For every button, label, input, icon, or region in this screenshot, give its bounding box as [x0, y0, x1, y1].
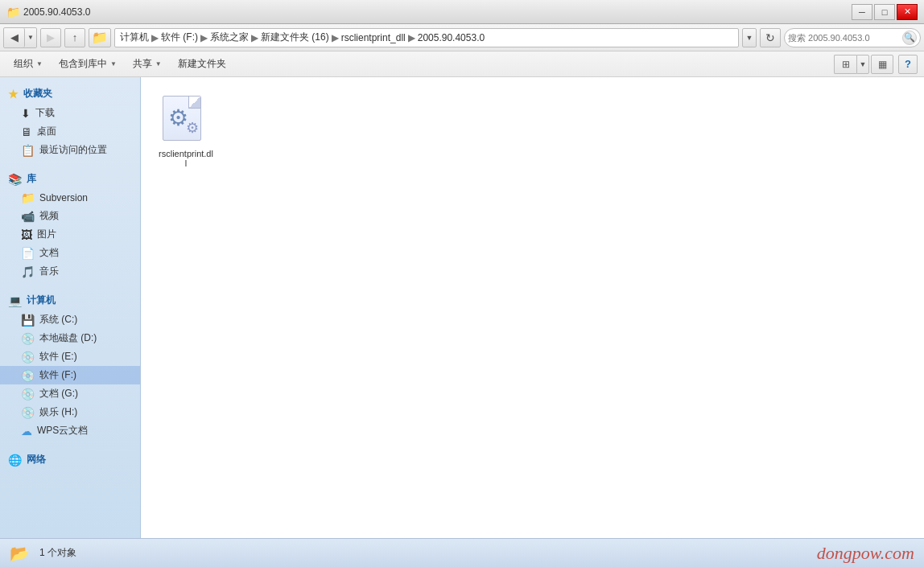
- organize-chevron: ▼: [36, 60, 43, 68]
- drive-f-label: 软件 (F:): [39, 368, 76, 382]
- sidebar: ★ 收藏夹 ⬇ 下载 🖥 桌面 📋 最近访问的位置 📚 库 �: [0, 77, 141, 538]
- drive-d-label: 本地磁盘 (D:): [39, 331, 97, 345]
- path-sep-2: ▶: [200, 32, 208, 43]
- path-sep-3: ▶: [251, 32, 258, 43]
- download-icon: ⬇: [21, 107, 31, 120]
- view-dropdown[interactable]: ▼: [856, 55, 869, 74]
- minimize-button[interactable]: ─: [852, 4, 872, 20]
- sidebar-item-documents[interactable]: 📄 文档: [0, 244, 140, 262]
- status-folder-icon: 📂: [10, 544, 30, 563]
- address-path[interactable]: 计算机 ▶ 软件 (F:) ▶ 系统之家 ▶ 新建文件夹 (16) ▶ rscl…: [114, 28, 739, 47]
- path-part-3: 系统之家: [210, 31, 249, 44]
- path-sep-5: ▶: [408, 32, 415, 43]
- path-part-5: rsclientprint_dll: [341, 32, 406, 43]
- library-icon: 📚: [8, 173, 22, 186]
- wps-cloud-label: WPS云文档: [37, 424, 88, 438]
- sidebar-computer-header[interactable]: 💻 计算机: [0, 290, 140, 310]
- desktop-icon: 🖥: [21, 125, 32, 138]
- video-label: 视频: [39, 209, 59, 223]
- sidebar-item-download[interactable]: ⬇ 下载: [0, 104, 140, 122]
- path-sep-4: ▶: [332, 32, 339, 43]
- sidebar-item-video[interactable]: 📹 视频: [0, 207, 140, 225]
- view-icon-button[interactable]: ⊞: [834, 55, 856, 74]
- gear-small-icon: ⚙: [186, 119, 199, 137]
- sidebar-item-music[interactable]: 🎵 音乐: [0, 262, 140, 281]
- path-part-1: 计算机: [120, 31, 149, 44]
- sidebar-library-header[interactable]: 📚 库: [0, 169, 140, 189]
- path-part-2: 软件 (F:): [161, 31, 198, 44]
- music-icon: 🎵: [21, 265, 35, 278]
- preview-pane-button[interactable]: ▦: [871, 55, 893, 74]
- address-dropdown[interactable]: ▼: [742, 28, 757, 47]
- path-part-4: 新建文件夹 (16): [261, 31, 329, 44]
- sidebar-item-drive-c[interactable]: 💾 系统 (C:): [0, 310, 140, 329]
- sidebar-section-network: 🌐 网络: [0, 450, 140, 470]
- favorites-label: 收藏夹: [23, 87, 52, 101]
- maximize-button[interactable]: □: [874, 4, 895, 20]
- library-label: 库: [27, 172, 36, 186]
- share-button[interactable]: 共享 ▼: [126, 54, 169, 75]
- sidebar-item-drive-d[interactable]: 💿 本地磁盘 (D:): [0, 329, 140, 347]
- status-count: 1 个对象: [39, 546, 76, 560]
- address-path-text: 计算机 ▶ 软件 (F:) ▶ 系统之家 ▶ 新建文件夹 (16) ▶ rscl…: [120, 31, 485, 44]
- forward-button[interactable]: ▶: [40, 28, 61, 47]
- recent-icon: 📋: [21, 144, 35, 157]
- sidebar-item-drive-e[interactable]: 💿 软件 (E:): [0, 347, 140, 366]
- star-icon: ★: [8, 88, 19, 101]
- title-bar: 📁 2005.90.4053.0 ─ □ ✕: [0, 0, 924, 24]
- new-folder-label: 新建文件夹: [178, 57, 226, 71]
- include-library-button[interactable]: 包含到库中 ▼: [52, 54, 124, 75]
- up-button[interactable]: ↑: [64, 28, 85, 47]
- drive-g-label: 文档 (G:): [39, 387, 78, 401]
- file-item-rsclientprint[interactable]: ⚙ ⚙ rsclientprint.dll: [154, 90, 218, 172]
- organize-button[interactable]: 组织 ▼: [6, 54, 50, 75]
- network-label: 网络: [27, 453, 46, 466]
- title-bar-left: 📁 2005.90.4053.0: [6, 6, 90, 18]
- drive-c-icon: 💾: [21, 314, 35, 327]
- back-button[interactable]: ◀: [4, 28, 25, 47]
- file-grid: ⚙ ⚙ rsclientprint.dll: [154, 90, 911, 172]
- new-folder-button[interactable]: 新建文件夹: [171, 54, 233, 75]
- sidebar-section-favorites: ★ 收藏夹 ⬇ 下载 🖥 桌面 📋 最近访问的位置: [0, 84, 140, 159]
- computer-label: 计算机: [27, 294, 56, 307]
- view-buttons: ⊞ ▼ ▦ ?: [834, 55, 918, 74]
- recent-label: 最近访问的位置: [39, 143, 107, 157]
- include-chevron: ▼: [110, 60, 117, 68]
- sidebar-item-subversion[interactable]: 📁 Subversion: [0, 189, 140, 207]
- file-area: ⚙ ⚙ rsclientprint.dll: [141, 77, 924, 538]
- back-dropdown[interactable]: ▼: [25, 28, 36, 47]
- window-icon: 📁: [6, 6, 20, 18]
- search-icon[interactable]: 🔍: [902, 31, 917, 45]
- help-button[interactable]: ?: [898, 55, 918, 74]
- sidebar-item-pictures[interactable]: 🖼 图片: [0, 225, 140, 244]
- search-input[interactable]: [788, 33, 899, 43]
- sidebar-item-drive-f[interactable]: 💿 软件 (F:): [0, 366, 140, 384]
- drive-g-icon: 💿: [21, 388, 35, 401]
- sidebar-item-wps-cloud[interactable]: ☁ WPS云文档: [0, 421, 140, 440]
- network-icon: 🌐: [8, 454, 22, 466]
- path-part-6: 2005.90.4053.0: [418, 32, 485, 43]
- sidebar-item-desktop[interactable]: 🖥 桌面: [0, 122, 140, 141]
- drive-d-icon: 💿: [21, 332, 35, 345]
- sidebar-item-drive-h[interactable]: 💿 娱乐 (H:): [0, 403, 140, 421]
- sidebar-favorites-header[interactable]: ★ 收藏夹: [0, 84, 140, 104]
- pictures-icon: 🖼: [21, 228, 32, 241]
- address-bar: ◀ ▼ ▶ ↑ 📁 计算机 ▶ 软件 (F:) ▶ 系统之家 ▶ 新建文件夹 (…: [0, 24, 924, 51]
- sidebar-network-header[interactable]: 🌐 网络: [0, 450, 140, 470]
- music-label: 音乐: [39, 265, 59, 278]
- sidebar-item-recent[interactable]: 📋 最近访问的位置: [0, 141, 140, 159]
- share-label: 共享: [133, 57, 152, 71]
- folder-icon-button[interactable]: 📁: [89, 28, 111, 47]
- sidebar-item-drive-g[interactable]: 💿 文档 (G:): [0, 384, 140, 403]
- refresh-button[interactable]: ↻: [760, 28, 781, 47]
- sidebar-section-library: 📚 库 📁 Subversion 📹 视频 🖼 图片 📄 文档 🎵 音乐: [0, 169, 140, 281]
- pictures-label: 图片: [37, 228, 56, 241]
- drive-e-label: 软件 (E:): [39, 350, 77, 364]
- drive-c-label: 系统 (C:): [39, 313, 77, 327]
- drive-h-label: 娱乐 (H:): [39, 405, 77, 419]
- search-box[interactable]: 🔍: [784, 28, 921, 47]
- close-button[interactable]: ✕: [897, 4, 918, 20]
- computer-icon: 💻: [8, 294, 22, 307]
- nav-back-group: ◀ ▼: [3, 27, 37, 48]
- path-sep-1: ▶: [151, 32, 159, 43]
